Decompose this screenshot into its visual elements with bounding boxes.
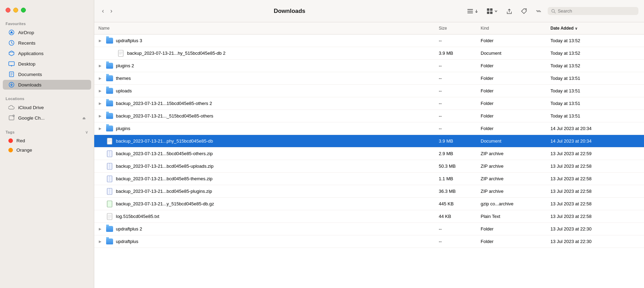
col-header-name[interactable]: Name <box>94 24 435 33</box>
sidebar-item-documents[interactable]: Documents <box>3 69 91 79</box>
table-row[interactable]: backup_2023-07-13-21...phy_515bcd045e85-… <box>94 135 644 147</box>
file-name-text: updraftplus <box>116 239 138 244</box>
table-row[interactable]: ▶ backup_2023-07-13-21...15bcd045e85-oth… <box>94 97 644 110</box>
table-row[interactable]: ▶ updraftplus 3 -- Folder Today at 13:52 <box>94 35 644 47</box>
expand-button[interactable]: ▶ <box>97 88 103 93</box>
back-button[interactable]: ‹ <box>100 6 106 16</box>
file-size-cell: 445 KB <box>435 200 476 208</box>
file-name-text: backup_2023-07-13-21...phy_515bcd045e85-… <box>116 138 213 144</box>
svg-rect-20 <box>490 8 493 11</box>
sidebar-item-recents[interactable]: Recents <box>3 38 91 48</box>
sidebar-item-tag-red[interactable]: Red <box>3 136 91 145</box>
sidebar-item-google-label: Google Ch... <box>18 115 45 121</box>
table-row[interactable]: ▶ plugins -- Folder 14 Jul 2023 at 20:34 <box>94 122 644 135</box>
table-row[interactable]: backup_2023-07-13-21...bcd045e85-uploads… <box>94 160 644 173</box>
maximize-button[interactable] <box>21 8 26 13</box>
table-row[interactable]: backup_2023-07-13-21...5bcd045e85-others… <box>94 147 644 160</box>
more-button[interactable] <box>533 6 544 16</box>
toolbar: ‹ › Downloads <box>94 0 644 22</box>
forward-button[interactable]: › <box>108 6 114 16</box>
expand-button[interactable]: ▶ <box>97 113 103 119</box>
grid-view-button[interactable] <box>484 6 500 16</box>
list-view-button[interactable] <box>465 6 481 16</box>
file-size-cell: 50.3 MB <box>435 162 476 170</box>
file-kind-cell: Document <box>476 137 546 145</box>
share-button[interactable] <box>504 6 515 16</box>
svg-rect-4 <box>9 62 14 66</box>
expand-button[interactable]: ▶ <box>97 226 103 232</box>
sidebar-item-downloads[interactable]: Downloads <box>3 80 91 90</box>
expand-button[interactable]: ▶ <box>97 239 103 244</box>
file-name-text: backup_2023-07-13-21...y_515bcd045e85-db… <box>116 201 214 206</box>
table-row[interactable]: ▶ themes -- Folder Today at 13:51 <box>94 72 644 85</box>
file-kind-cell: ZIP archive <box>476 175 546 183</box>
red-tag-dot <box>8 138 13 143</box>
file-size-cell: -- <box>435 74 476 82</box>
sidebar-item-desktop[interactable]: Desktop <box>3 59 91 69</box>
table-row[interactable]: ▶ backup_2023-07-13-21..._515bcd045e85-o… <box>94 110 644 122</box>
file-kind-cell: Folder <box>476 124 546 132</box>
table-row[interactable]: ▶ updraftplus -- Folder 13 Jul 2023 at 2… <box>94 235 644 248</box>
file-date-cell: Today at 13:51 <box>546 87 644 95</box>
col-header-date[interactable]: Date Added ∨ <box>546 24 644 33</box>
col-header-size[interactable]: Size <box>435 24 476 33</box>
downloads-icon <box>8 82 15 88</box>
close-button[interactable] <box>6 8 10 13</box>
file-name-text: plugins <box>116 126 130 131</box>
eject-icon[interactable]: ⏏ <box>82 116 86 120</box>
file-name-text: themes <box>116 76 131 81</box>
sidebar-item-downloads-label: Downloads <box>18 82 42 88</box>
tag-button[interactable] <box>518 6 530 16</box>
svg-rect-21 <box>487 12 489 14</box>
sidebar-item-tag-orange[interactable]: Orange <box>3 146 91 154</box>
tag-red-label: Red <box>16 138 25 143</box>
expand-button[interactable]: ▶ <box>97 63 103 68</box>
table-row[interactable]: backup_2023-07-13-21...y_515bcd045e85-db… <box>94 198 644 210</box>
file-name-cell: ▶ uploads <box>94 86 435 96</box>
file-name-text: backup_2023-07-13-21...bcd045e85-plugins… <box>116 189 212 194</box>
search-box[interactable] <box>548 7 638 15</box>
sidebar-item-airdrop[interactable]: AirDrop <box>3 28 91 37</box>
file-kind-cell: Plain Text <box>476 212 546 220</box>
table-row[interactable]: ▶ plugins 2 -- Folder Today at 13:52 <box>94 60 644 72</box>
file-name-cell: backup_2023-07-13-21...bcd045e85-plugins… <box>94 187 435 196</box>
table-row[interactable]: ▶ uploads -- Folder Today at 13:51 <box>94 85 644 97</box>
svg-point-23 <box>525 9 526 10</box>
col-header-kind[interactable]: Kind <box>476 24 546 33</box>
file-name-cell: ▶ updraftplus 3 <box>94 36 435 46</box>
table-row[interactable]: backup_2023-07-13-21...hy_515bcd045e85-d… <box>94 47 644 60</box>
table-row[interactable]: backup_2023-07-13-21...bcd045e85-themes.… <box>94 173 644 185</box>
file-list[interactable]: ▶ updraftplus 3 -- Folder Today at 13:52… <box>94 35 644 288</box>
file-date-cell: 14 Jul 2023 at 20:34 <box>546 137 644 145</box>
file-name-cell: backup_2023-07-13-21...hy_515bcd045e85-d… <box>94 48 435 58</box>
sidebar-item-applications[interactable]: Applications <box>3 48 91 58</box>
sidebar-item-google[interactable]: Google Ch... ⏏ <box>3 113 91 123</box>
file-name-text: backup_2023-07-13-21...15bcd045e85-other… <box>116 101 212 106</box>
expand-button[interactable]: ▶ <box>97 126 103 131</box>
grid-view-icon <box>486 8 493 15</box>
file-name-text: updraftplus 2 <box>116 226 142 232</box>
file-icon <box>106 213 113 220</box>
file-name-cell: ▶ backup_2023-07-13-21..._515bcd045e85-o… <box>94 111 435 121</box>
expand-button[interactable]: ▶ <box>97 76 103 81</box>
favourites-header: Favourites <box>0 20 94 27</box>
file-size-cell: -- <box>435 112 476 120</box>
file-size-cell: -- <box>435 87 476 95</box>
file-date-cell: Today at 13:52 <box>546 62 644 70</box>
table-row[interactable]: ▶ updraftplus 2 -- Folder 13 Jul 2023 at… <box>94 223 644 235</box>
file-kind-cell: Folder <box>476 112 546 120</box>
column-headers: Name Size Kind Date Added ∨ <box>94 22 644 35</box>
minimize-button[interactable] <box>13 8 18 13</box>
sidebar-item-desktop-label: Desktop <box>18 61 36 67</box>
file-size-cell: -- <box>435 62 476 70</box>
table-row[interactable]: backup_2023-07-13-21...bcd045e85-plugins… <box>94 185 644 198</box>
file-kind-cell: Folder <box>476 87 546 95</box>
expand-button[interactable]: ▶ <box>97 101 103 106</box>
file-kind-cell: Folder <box>476 62 546 70</box>
table-row[interactable]: log.515bcd045e85.txt 44 KB Plain Text 13… <box>94 210 644 223</box>
search-input[interactable] <box>558 8 635 14</box>
sidebar-item-icloud[interactable]: iCloud Drive <box>3 103 91 112</box>
expand-button[interactable]: ▶ <box>97 38 103 43</box>
tags-collapse-button[interactable]: ∨ <box>85 130 88 135</box>
locations-header: Locations <box>0 94 94 102</box>
